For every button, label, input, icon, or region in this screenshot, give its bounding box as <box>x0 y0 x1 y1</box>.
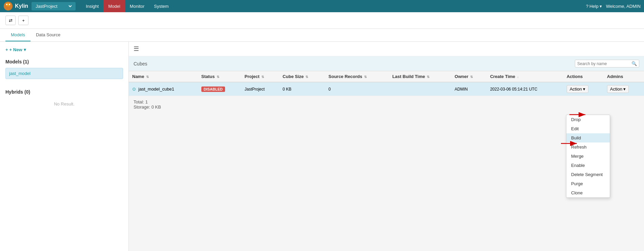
help-chevron-icon: ▾ <box>600 4 602 9</box>
help-icon: ? <box>586 4 588 9</box>
dropdown-item-build[interactable]: Build <box>566 133 610 142</box>
nav-system[interactable]: System <box>149 0 173 12</box>
sort-icon-owner: ⇅ <box>470 75 473 79</box>
help-button[interactable]: ? Help ▾ <box>586 4 602 9</box>
sort-icon-last-build-time: ⇅ <box>427 75 429 79</box>
summary-total: Total: 1 <box>134 99 639 104</box>
sort-icon-cube-size: ⇅ <box>305 75 308 79</box>
main-layout: + + New ▾ Models (1) jast_model Hybrids … <box>0 42 644 251</box>
welcome-text: Welcome, ADMIN <box>606 4 641 9</box>
hamburger-bar: ☰ <box>129 42 644 56</box>
nav-insight[interactable]: Insight <box>81 0 103 12</box>
search-input[interactable] <box>577 61 631 66</box>
project-select[interactable]: JastProject <box>34 3 73 9</box>
sidebar: + + New ▾ Models (1) jast_model Hybrids … <box>0 42 129 251</box>
sort-icon-create-time: ↓ <box>517 75 519 79</box>
tab-data-source[interactable]: Data Source <box>31 29 66 41</box>
content-area: ☰ Cubes 🔍 Name ⇅ Statu <box>129 42 644 251</box>
cell-last-build-time <box>389 82 451 96</box>
hamburger-icon[interactable]: ☰ <box>134 45 139 52</box>
add-icon: + <box>22 18 25 23</box>
cell-owner: ADMIN <box>451 82 487 96</box>
no-result-text: No Result. <box>5 101 123 107</box>
cubes-title: Cubes <box>134 61 147 66</box>
col-last-build-time[interactable]: Last Build Time ⇅ <box>389 71 451 82</box>
cell-source-records: 0 <box>325 82 389 96</box>
dropdown-item-purge[interactable]: Purge <box>566 179 610 188</box>
app-logo: Kylin <box>3 1 28 11</box>
col-status[interactable]: Status ⇅ <box>198 71 241 82</box>
cell-actions: Action ▾ <box>563 82 604 96</box>
app-name: Kylin <box>15 3 28 9</box>
nav-monitor[interactable]: Monitor <box>125 0 149 12</box>
cell-status: DISABLED <box>198 82 241 96</box>
top-navigation: Kylin JastProject Insight Model Monitor … <box>0 0 644 12</box>
dropdown-item-drop[interactable]: Drop <box>566 115 610 124</box>
cubes-table: Name ⇅ Status ⇅ Project ⇅ Cube Size <box>129 71 644 96</box>
cubes-header: Cubes 🔍 <box>129 56 644 71</box>
sort-icon-project: ⇅ <box>261 75 264 79</box>
sort-icon-source-records: ⇅ <box>364 75 367 79</box>
col-admins: Admins <box>604 71 644 82</box>
hybrids-section-title: Hybrids (0) <box>5 89 123 95</box>
dropdown-item-delete-segment[interactable]: Delete Segment <box>566 170 610 179</box>
project-selector[interactable]: JastProject <box>32 2 76 11</box>
dropdown-item-refresh[interactable]: Refresh <box>566 142 610 152</box>
svg-point-2 <box>6 4 7 5</box>
search-icon: 🔍 <box>631 61 637 66</box>
add-button[interactable]: + <box>18 16 28 25</box>
sort-icon-status: ⇅ <box>217 75 219 79</box>
toolbar: ⇄ + <box>0 12 644 29</box>
col-project[interactable]: Project ⇅ <box>241 71 279 82</box>
nav-items: Insight Model Monitor System <box>81 0 586 12</box>
admins-dropdown-button[interactable]: Action ▾ <box>607 85 629 93</box>
col-owner[interactable]: Owner ⇅ <box>451 71 487 82</box>
col-actions: Actions <box>563 71 604 82</box>
summary: Total: 1 Storage: 0 KB <box>129 96 644 113</box>
new-button[interactable]: + + New ▾ <box>5 47 123 52</box>
hybrids-section: Hybrids (0) No Result. <box>5 89 123 107</box>
sort-icon-name: ⇅ <box>146 75 149 79</box>
tab-models[interactable]: Models <box>5 29 31 41</box>
refresh-icon: ⇄ <box>9 18 13 23</box>
table-row[interactable]: ⊙ jast_model_cube1 DISABLED JastProject … <box>129 82 644 96</box>
actions-dropdown-button[interactable]: Action ▾ <box>567 85 588 93</box>
plus-icon: + <box>5 47 8 52</box>
col-name[interactable]: Name ⇅ <box>129 71 198 82</box>
refresh-button[interactable]: ⇄ <box>5 16 16 25</box>
cubes-table-container: Name ⇅ Status ⇅ Project ⇅ Cube Size <box>129 71 644 96</box>
kylin-logo-icon <box>3 1 13 11</box>
topnav-right: ? Help ▾ Welcome, ADMIN <box>586 4 641 9</box>
action-dropdown-menu: Drop Edit Build Refresh Merge Enable Del… <box>566 115 610 198</box>
col-create-time[interactable]: Create Time ↓ <box>487 71 563 82</box>
cube-icon: ⊙ <box>132 86 136 92</box>
cell-name: ⊙ jast_model_cube1 <box>129 82 198 96</box>
model-item[interactable]: jast_model <box>5 68 123 79</box>
dropdown-item-edit[interactable]: Edit <box>566 124 610 133</box>
cell-cube-size: 0 KB <box>279 82 325 96</box>
col-source-records[interactable]: Source Records ⇅ <box>325 71 389 82</box>
admins-chevron-icon: ▾ <box>623 86 626 92</box>
nav-model[interactable]: Model <box>103 0 125 12</box>
actions-chevron-icon: ▾ <box>583 86 585 92</box>
col-cube-size[interactable]: Cube Size ⇅ <box>279 71 325 82</box>
dropdown-item-merge[interactable]: Merge <box>566 152 610 161</box>
models-section-title: Models (1) <box>5 59 123 64</box>
search-box: 🔍 <box>575 60 639 67</box>
table-header-row: Name ⇅ Status ⇅ Project ⇅ Cube Size <box>129 71 644 82</box>
dropdown-item-clone[interactable]: Clone <box>566 188 610 197</box>
new-chevron-icon: ▾ <box>24 47 26 52</box>
cell-project: JastProject <box>241 82 279 96</box>
summary-storage: Storage: 0 KB <box>134 104 639 110</box>
status-badge: DISABLED <box>201 86 225 92</box>
dropdown-item-enable[interactable]: Enable <box>566 161 610 170</box>
tab-bar: Models Data Source <box>0 29 644 42</box>
svg-point-3 <box>9 4 10 5</box>
cell-create-time: 2022-03-06 05:14:21 UTC <box>487 82 563 96</box>
cell-admins: Action ▾ <box>604 82 644 96</box>
